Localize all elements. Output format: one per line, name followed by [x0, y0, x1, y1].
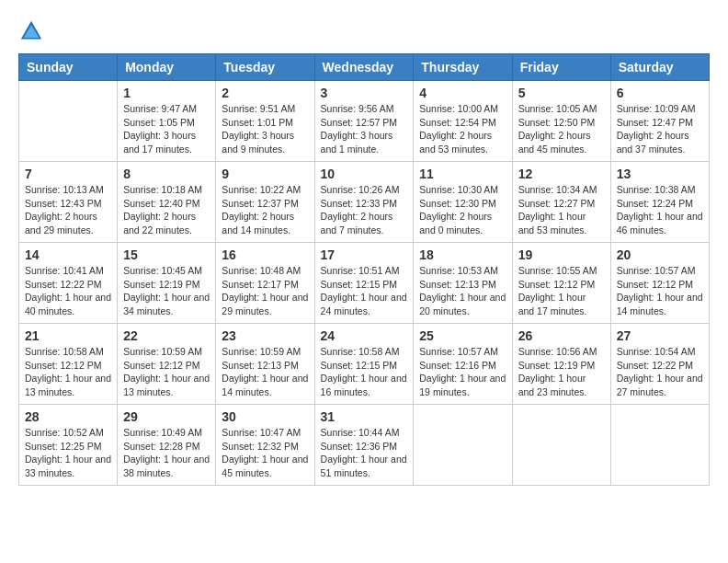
- calendar-table: SundayMondayTuesdayWednesdayThursdayFrid…: [18, 53, 710, 486]
- day-number: 10: [321, 167, 408, 181]
- day-number: 8: [123, 167, 210, 181]
- calendar-cell: 28Sunrise: 10:52 AM Sunset: 12:25 PM Day…: [19, 405, 118, 486]
- column-header-thursday: Thursday: [414, 54, 512, 81]
- calendar-cell: 1Sunrise: 9:47 AM Sunset: 1:05 PM Daylig…: [118, 81, 216, 162]
- column-header-monday: Monday: [118, 54, 216, 81]
- day-number: 3: [321, 86, 408, 100]
- calendar-cell: 10Sunrise: 10:26 AM Sunset: 12:33 PM Day…: [314, 162, 414, 243]
- day-number: 15: [123, 247, 210, 262]
- calendar-cell: 2Sunrise: 9:51 AM Sunset: 1:01 PM Daylig…: [216, 81, 314, 162]
- column-header-tuesday: Tuesday: [216, 54, 314, 81]
- day-info: Sunrise: 10:48 AM Sunset: 12:17 PM Dayli…: [222, 264, 308, 318]
- day-number: 22: [123, 328, 210, 343]
- calendar-cell: 20Sunrise: 10:57 AM Sunset: 12:12 PM Day…: [610, 243, 709, 324]
- day-info: Sunrise: 10:49 AM Sunset: 12:28 PM Dayli…: [123, 426, 210, 480]
- day-number: 28: [25, 409, 111, 424]
- day-number: 1: [123, 86, 210, 100]
- day-info: Sunrise: 9:47 AM Sunset: 1:05 PM Dayligh…: [123, 102, 210, 156]
- column-header-sunday: Sunday: [19, 54, 118, 81]
- day-number: 30: [222, 409, 308, 424]
- day-info: Sunrise: 10:05 AM Sunset: 12:50 PM Dayli…: [518, 102, 605, 156]
- day-info: Sunrise: 10:44 AM Sunset: 12:36 PM Dayli…: [321, 426, 408, 480]
- calendar-cell: 12Sunrise: 10:34 AM Sunset: 12:27 PM Day…: [512, 162, 610, 243]
- day-info: Sunrise: 9:56 AM Sunset: 12:57 PM Daylig…: [321, 102, 408, 156]
- calendar-cell: 21Sunrise: 10:58 AM Sunset: 12:12 PM Day…: [19, 324, 118, 405]
- calendar-cell: 18Sunrise: 10:53 AM Sunset: 12:13 PM Day…: [414, 243, 512, 324]
- day-info: Sunrise: 10:30 AM Sunset: 12:30 PM Dayli…: [419, 183, 506, 237]
- day-info: Sunrise: 9:51 AM Sunset: 1:01 PM Dayligh…: [222, 102, 308, 156]
- day-number: 16: [222, 247, 308, 262]
- calendar-cell: 26Sunrise: 10:56 AM Sunset: 12:19 PM Day…: [512, 324, 610, 405]
- day-number: 13: [617, 167, 703, 181]
- day-info: Sunrise: 10:55 AM Sunset: 12:12 PM Dayli…: [518, 264, 605, 318]
- calendar-cell: 23Sunrise: 10:59 AM Sunset: 12:13 PM Day…: [216, 324, 314, 405]
- calendar-cell: [610, 405, 709, 486]
- day-number: 23: [222, 328, 308, 343]
- day-info: Sunrise: 10:34 AM Sunset: 12:27 PM Dayli…: [518, 183, 605, 237]
- day-info: Sunrise: 10:13 AM Sunset: 12:43 PM Dayli…: [25, 183, 111, 237]
- day-number: 11: [419, 167, 506, 181]
- day-number: 24: [321, 328, 408, 343]
- day-info: Sunrise: 10:47 AM Sunset: 12:32 PM Dayli…: [222, 426, 308, 480]
- day-number: 25: [419, 328, 506, 343]
- day-number: 31: [321, 409, 408, 424]
- day-number: 27: [617, 328, 703, 343]
- calendar-cell: 29Sunrise: 10:49 AM Sunset: 12:28 PM Day…: [118, 405, 216, 486]
- calendar-cell: 5Sunrise: 10:05 AM Sunset: 12:50 PM Dayl…: [512, 81, 610, 162]
- day-info: Sunrise: 10:45 AM Sunset: 12:19 PM Dayli…: [123, 264, 210, 318]
- calendar-cell: 4Sunrise: 10:00 AM Sunset: 12:54 PM Dayl…: [414, 81, 512, 162]
- day-number: 20: [617, 247, 703, 262]
- day-number: 6: [617, 86, 703, 100]
- week-row-2: 7Sunrise: 10:13 AM Sunset: 12:43 PM Dayl…: [19, 162, 710, 243]
- calendar-cell: 22Sunrise: 10:59 AM Sunset: 12:12 PM Day…: [118, 324, 216, 405]
- calendar-cell: 6Sunrise: 10:09 AM Sunset: 12:47 PM Dayl…: [610, 81, 709, 162]
- day-info: Sunrise: 10:22 AM Sunset: 12:37 PM Dayli…: [222, 183, 308, 237]
- calendar-cell: 14Sunrise: 10:41 AM Sunset: 12:22 PM Day…: [19, 243, 118, 324]
- day-info: Sunrise: 10:57 AM Sunset: 12:12 PM Dayli…: [617, 264, 703, 318]
- day-info: Sunrise: 10:57 AM Sunset: 12:16 PM Dayli…: [419, 345, 506, 399]
- calendar-cell: 7Sunrise: 10:13 AM Sunset: 12:43 PM Dayl…: [19, 162, 118, 243]
- calendar-cell: 25Sunrise: 10:57 AM Sunset: 12:16 PM Day…: [414, 324, 512, 405]
- calendar-cell: [414, 405, 512, 486]
- calendar-cell: 8Sunrise: 10:18 AM Sunset: 12:40 PM Dayl…: [118, 162, 216, 243]
- day-number: 18: [419, 247, 506, 262]
- calendar-cell: 15Sunrise: 10:45 AM Sunset: 12:19 PM Day…: [118, 243, 216, 324]
- day-number: 9: [222, 167, 308, 181]
- day-number: 19: [518, 247, 605, 262]
- logo: [18, 18, 48, 44]
- calendar-cell: 24Sunrise: 10:58 AM Sunset: 12:15 PM Day…: [314, 324, 414, 405]
- day-number: 5: [518, 86, 605, 100]
- day-number: 12: [518, 167, 605, 181]
- column-header-friday: Friday: [512, 54, 610, 81]
- day-number: 4: [419, 86, 506, 100]
- calendar-cell: 30Sunrise: 10:47 AM Sunset: 12:32 PM Day…: [216, 405, 314, 486]
- calendar-cell: 16Sunrise: 10:48 AM Sunset: 12:17 PM Day…: [216, 243, 314, 324]
- day-number: 2: [222, 86, 308, 100]
- day-info: Sunrise: 10:09 AM Sunset: 12:47 PM Dayli…: [617, 102, 703, 156]
- day-info: Sunrise: 10:58 AM Sunset: 12:12 PM Dayli…: [25, 345, 111, 399]
- day-info: Sunrise: 10:56 AM Sunset: 12:19 PM Dayli…: [518, 345, 605, 399]
- day-info: Sunrise: 10:54 AM Sunset: 12:22 PM Dayli…: [617, 345, 703, 399]
- day-number: 14: [25, 247, 111, 262]
- day-number: 29: [123, 409, 210, 424]
- day-number: 21: [25, 328, 111, 343]
- page-header: [18, 18, 710, 44]
- calendar-cell: [19, 81, 118, 162]
- logo-icon: [18, 18, 44, 44]
- week-row-1: 1Sunrise: 9:47 AM Sunset: 1:05 PM Daylig…: [19, 81, 710, 162]
- calendar-cell: 13Sunrise: 10:38 AM Sunset: 12:24 PM Day…: [610, 162, 709, 243]
- calendar-header-row: SundayMondayTuesdayWednesdayThursdayFrid…: [19, 54, 710, 81]
- day-info: Sunrise: 10:38 AM Sunset: 12:24 PM Dayli…: [617, 183, 703, 237]
- calendar-cell: 17Sunrise: 10:51 AM Sunset: 12:15 PM Day…: [314, 243, 414, 324]
- day-number: 26: [518, 328, 605, 343]
- day-info: Sunrise: 10:26 AM Sunset: 12:33 PM Dayli…: [321, 183, 408, 237]
- day-number: 17: [321, 247, 408, 262]
- day-info: Sunrise: 10:00 AM Sunset: 12:54 PM Dayli…: [419, 102, 506, 156]
- week-row-5: 28Sunrise: 10:52 AM Sunset: 12:25 PM Day…: [19, 405, 710, 486]
- day-number: 7: [25, 167, 111, 181]
- calendar-cell: 9Sunrise: 10:22 AM Sunset: 12:37 PM Dayl…: [216, 162, 314, 243]
- week-row-3: 14Sunrise: 10:41 AM Sunset: 12:22 PM Day…: [19, 243, 710, 324]
- calendar-cell: 27Sunrise: 10:54 AM Sunset: 12:22 PM Day…: [610, 324, 709, 405]
- day-info: Sunrise: 10:58 AM Sunset: 12:15 PM Dayli…: [321, 345, 408, 399]
- calendar-cell: [512, 405, 610, 486]
